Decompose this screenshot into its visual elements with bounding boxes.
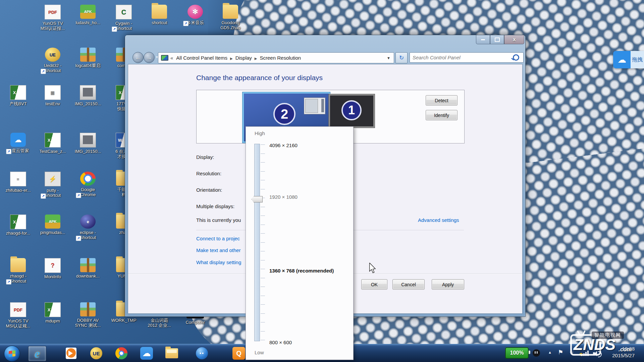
resolution-option[interactable]: 4096 × 2160 [269, 142, 298, 148]
resolution-option[interactable]: 1360 × 768 (recommended) [269, 268, 334, 274]
close-button[interactable]: X [504, 35, 524, 44]
desktop-icon[interactable]: Xzhaogd-for... [3, 215, 34, 236]
taskbar-icon-ultraedit[interactable]: UE [88, 346, 105, 361]
forward-icon: → [146, 54, 152, 61]
search-input[interactable] [410, 55, 513, 60]
slider-tick [261, 322, 265, 322]
task-link[interactable]: What display setting [196, 259, 241, 265]
ok-button[interactable]: OK [361, 279, 387, 290]
chrome-icon [80, 172, 96, 186]
action-center-flag-icon[interactable]: ⚑ [558, 349, 563, 356]
desktop-icon[interactable]: PDFYunOS TVMSI认证报... [37, 5, 68, 31]
slider-tick [261, 287, 265, 287]
start-button[interactable] [4, 346, 20, 362]
desktop-icon[interactable]: DOBBY AVSYNC 测试... [72, 302, 103, 328]
taskbar-icon-orange-app[interactable]: Q [230, 346, 248, 361]
form-label: Resolution: [196, 171, 221, 176]
taskbar-icon-chrome[interactable] [113, 346, 130, 361]
page-title: Change the appearance of your displays [196, 74, 323, 82]
slider-tick [261, 260, 265, 260]
folder-icon [223, 5, 238, 19]
desktop-icon[interactable]: Xmdupm [37, 302, 68, 324]
explorer-icon [165, 348, 178, 358]
taskbar-icon-explorer[interactable] [163, 346, 180, 361]
desktop-icon-label: logcat04重启 [72, 63, 103, 68]
refresh-button[interactable]: ↻ [395, 52, 408, 63]
task-link[interactable]: Connect to a projec [196, 236, 240, 241]
address-bar[interactable]: « All Control Panel Items▶Display▶Screen… [158, 52, 394, 63]
znds-watermark: 智能电视网 ZNDS .com [568, 330, 642, 362]
forward-button[interactable]: → [144, 52, 155, 63]
desktop-icon[interactable]: PDFYunOS TVMSI认证规... [3, 302, 34, 329]
slider-tick [261, 313, 265, 314]
desktop-icon[interactable]: UE↗Uedit32 -Shortcut [37, 48, 68, 73]
resolution-option[interactable]: 644 × 362 [269, 194, 298, 200]
desktop-icon[interactable]: ✻↗多米音乐 [180, 5, 211, 25]
desktop-icon[interactable]: GuodongGD5 Zhao [215, 5, 246, 31]
desktop-icon[interactable]: ⚡↗putty -Shortcut [37, 172, 68, 198]
resolution-slider-thumb[interactable] [251, 196, 263, 202]
show-hidden-icons-button[interactable]: ▲ [548, 350, 552, 354]
desktop-icon-label: mdupm [37, 319, 68, 324]
breadcrumb-item[interactable]: Display [235, 55, 253, 61]
baidu-cloud-icon: ☁ [613, 51, 631, 68]
taskbar-icon-ie[interactable]: e [28, 346, 46, 361]
desktop-icon[interactable]: ≡zhifubao-er... [3, 172, 34, 193]
desktop-icon[interactable]: ↗GoogleChrome [72, 172, 103, 197]
resolution-slider-track[interactable] [254, 144, 260, 341]
orange-app-icon: Q [232, 347, 245, 360]
apply-button[interactable]: Apply [432, 279, 464, 290]
slider-tick [261, 233, 265, 234]
desktop-icon[interactable]: C↗Cygwin -Shortcut [108, 5, 139, 31]
task-link[interactable]: Make text and other [196, 247, 241, 253]
advanced-settings-link[interactable]: Advanced settings [418, 217, 465, 223]
power-plug-icon[interactable] [533, 349, 540, 357]
desktop-icon[interactable]: ▣testEnv [37, 85, 68, 107]
desktop-icon[interactable]: ↗zhaogd -Shortcut [3, 258, 34, 284]
window-caption-buttons: X [476, 35, 524, 44]
breadcrumb-chevrons[interactable]: « [170, 55, 173, 61]
mouse-cursor [369, 263, 376, 275]
desktop-icon[interactable]: APKpingmudas... [37, 215, 68, 235]
monitor-1[interactable]: 1 [329, 94, 375, 128]
maximize-icon [495, 38, 500, 42]
resolution-option[interactable]: 800 × 600 [269, 340, 292, 345]
search-box[interactable] [410, 52, 524, 63]
battery-indicator[interactable]: 100% [505, 347, 529, 359]
taskbar-icon-baidu-cloud[interactable]: ☁ [138, 346, 155, 361]
slider-tick [261, 242, 265, 243]
slider-high-label: High [255, 130, 265, 136]
breadcrumb-item[interactable]: All Control Panel Items [175, 55, 228, 61]
desktop-icon[interactable]: IMG_20150... [72, 85, 103, 107]
desktop-icon-label: WORK_TMP [108, 318, 139, 323]
identify-button[interactable]: Identify [426, 110, 458, 120]
desktop-icon[interactable]: logcat04重启 [72, 48, 103, 68]
desktop-icon[interactable]: APKludashi_ho... [72, 5, 103, 25]
cancel-button[interactable]: Cancel [392, 279, 425, 290]
desktop-icon[interactable]: downbank... [72, 258, 103, 279]
taskbar-icon-media-player[interactable] [62, 346, 80, 361]
minimize-button[interactable] [476, 35, 490, 44]
desktop-icon-label: testEnv [37, 102, 68, 107]
desktop-icon[interactable]: X产线BVT [3, 85, 34, 107]
slider-tick [261, 340, 265, 340]
baidu-cloud-widget[interactable]: ☁ 拖拽 [613, 51, 644, 68]
desktop-icon[interactable]: ☁↗百度云管家 [3, 133, 34, 154]
desktop-icon[interactable]: shortcut [144, 5, 175, 25]
detect-button[interactable]: Detect [426, 95, 458, 106]
back-button[interactable]: ← [132, 52, 144, 63]
desktop-icon[interactable]: ?MoniInfo [37, 258, 68, 280]
minimize-icon [481, 39, 485, 40]
desktop-icon[interactable]: XTestCase_z... [37, 133, 68, 154]
slider-tick [261, 162, 265, 163]
search-icon[interactable] [513, 54, 519, 61]
slider-tick [261, 144, 265, 145]
desktop-icon[interactable]: IMG_20150... [72, 133, 103, 154]
desktop-icon-label: YunOS TVMSI认证报... [37, 21, 68, 31]
address-dropdown-icon[interactable]: ▼ [387, 56, 394, 60]
desktop-icon[interactable]: e↗eclipse -Shortcut [72, 215, 103, 240]
taskbar-icon-messenger[interactable]: •• [193, 346, 211, 361]
maximize-button[interactable] [490, 35, 504, 44]
apk-icon: APK [45, 215, 60, 229]
breadcrumb-item[interactable]: Screen Resolution [259, 55, 302, 61]
